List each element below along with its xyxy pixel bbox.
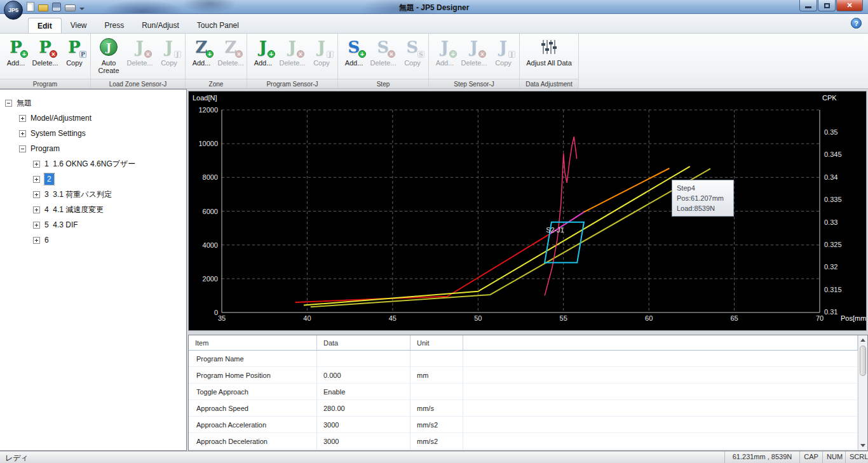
delete-badge-icon [388, 50, 395, 58]
open-folder-icon[interactable] [38, 4, 48, 11]
step-sensor-delete-button[interactable]: J Delete... [459, 36, 489, 77]
program-sensor-copy-button[interactable]: J J Copy [307, 36, 336, 77]
scrollbar-thumb[interactable] [860, 346, 866, 376]
step-delete-button[interactable]: S Delete... [369, 36, 398, 77]
scroll-up-button[interactable] [858, 335, 867, 345]
load-tick-label: 4000 [203, 241, 218, 249]
table-row[interactable]: Program Name [189, 351, 858, 367]
x-tick-label: 50 [474, 314, 482, 322]
tree-item-program-6: 6 [0, 232, 186, 248]
table-cell: Approach Speed [189, 400, 317, 416]
load-tick-label: 10000 [198, 140, 218, 147]
maximize-button[interactable] [818, 0, 836, 11]
expand-icon[interactable] [33, 222, 40, 229]
collapse-icon[interactable] [5, 100, 12, 107]
program-add-button[interactable]: P Add... [1, 36, 31, 77]
table-vertical-scrollbar[interactable] [858, 335, 867, 450]
tree-item-label[interactable]: 4 4.1 減速度変更 [44, 205, 104, 215]
table-cell [463, 433, 858, 449]
tree-item-label[interactable]: 無題 [17, 98, 32, 109]
ribbon-group-data-adjustment: Adjust All Data Data Adjustment [520, 34, 579, 88]
step-delete-icon: S [372, 37, 394, 57]
statusbar: レディ 61.231mm , 8539N CAP NUM SCRL [0, 451, 868, 463]
load-tick-label: 6000 [203, 208, 218, 215]
load-zone-copy-button[interactable]: J J Copy [154, 36, 184, 77]
load-position-chart[interactable]: 3540455055606570120001000080006000400020… [189, 91, 866, 330]
table-row[interactable]: Approach Speed 280.00 mm/s [189, 400, 858, 417]
toolbar-dropdown-icon[interactable] [79, 8, 85, 10]
window-title: 無題 - JP5 Designer [0, 3, 868, 13]
minimize-button[interactable] [799, 0, 817, 11]
adjust-all-data-button[interactable]: Adjust All Data [521, 36, 577, 77]
tree-item-label[interactable]: 3 3.1 荷重パス判定 [44, 189, 112, 200]
collapse-icon[interactable] [19, 145, 26, 152]
table-cell [410, 384, 463, 399]
tab-view[interactable]: View [62, 18, 96, 33]
close-icon [846, 2, 852, 9]
ribbon-group-program: P Add... P Delete... P P Copy Progr [0, 34, 91, 88]
table-cell: 3000 [317, 433, 410, 449]
auto-create-button[interactable]: J Auto Create [92, 36, 125, 77]
table-cell: Enable [317, 384, 410, 399]
close-button[interactable] [836, 0, 863, 11]
column-header-unit[interactable]: Unit [410, 335, 463, 350]
add-badge-icon [206, 50, 214, 58]
table-row[interactable]: Program Home Position 0.000 mm [189, 367, 858, 384]
tree-item-label[interactable]: Program [31, 144, 60, 153]
table-cell [317, 351, 410, 366]
print-icon[interactable] [65, 4, 76, 11]
save-icon[interactable] [52, 3, 61, 11]
table-row[interactable]: Approach Acceleration 3000 mm/s2 [189, 417, 858, 433]
project-tree: 無題 Model/Adjustment System Settings Prog… [0, 89, 187, 451]
expand-icon[interactable] [19, 130, 26, 137]
status-scroll-lock: SCRL [845, 452, 868, 463]
app-logo[interactable]: JP5 [4, 1, 23, 20]
tree-item-label[interactable]: 5 4.3 DIF [44, 220, 78, 229]
help-button[interactable]: ? [851, 18, 862, 29]
table-row[interactable]: Toggle Approach Enable [189, 384, 858, 400]
table-cell: 0.000 [317, 367, 410, 383]
step-add-button[interactable]: S Add... [339, 36, 369, 77]
table-cell [463, 400, 858, 416]
expand-icon[interactable] [33, 176, 40, 183]
expand-icon[interactable] [19, 115, 26, 122]
tree-item-label[interactable]: System Settings [31, 129, 86, 138]
step-sensor-copy-button[interactable]: J J Copy [489, 36, 518, 77]
maximize-icon [824, 3, 830, 8]
ribbon-group-zone: Z Add... Z Delete... Zone [186, 34, 247, 88]
expand-icon[interactable] [33, 206, 40, 213]
column-header-item[interactable]: Item [189, 335, 317, 350]
program-sensor-add-button[interactable]: J Add... [248, 36, 278, 77]
step-copy-button[interactable]: S S Copy [398, 36, 427, 77]
copy-badge-icon: J [508, 51, 515, 58]
tooltip-load: Load:8539N [677, 203, 729, 213]
table-cell [463, 367, 858, 383]
expand-icon[interactable] [33, 161, 40, 168]
scroll-down-button[interactable] [858, 441, 867, 450]
x-tick-label: 35 [218, 314, 226, 322]
tree-item-program-2: 2 [0, 171, 186, 187]
tab-edit[interactable]: Edit [28, 18, 62, 33]
tab-run-adjust[interactable]: Run/Adjust [133, 18, 188, 33]
new-document-icon[interactable] [27, 2, 34, 11]
column-header-data[interactable]: Data [317, 335, 410, 350]
zone-add-button[interactable]: Z Add... [187, 36, 216, 77]
tab-touch-panel[interactable]: Touch Panel [188, 18, 248, 33]
table-row[interactable]: Approach Deceleration 3000 mm/s2 [189, 433, 858, 450]
program-sensor-delete-button[interactable]: J Delete... [278, 36, 307, 77]
tree-item-label[interactable]: 1 1.6 OKNG 4.6NGブザー [44, 159, 135, 170]
expand-icon[interactable] [33, 237, 40, 244]
ribbon-group-step-sensor-j: J Add... J Delete... J J Copy Step [429, 34, 520, 88]
load-zone-delete-button[interactable]: J Delete... [125, 36, 154, 77]
x-tick-label: 60 [645, 314, 653, 322]
tree-item-label[interactable]: Model/Adjustment [31, 114, 92, 123]
table-header-row: Item Data Unit [189, 335, 858, 351]
expand-icon[interactable] [33, 191, 40, 198]
zone-delete-button[interactable]: Z Delete... [216, 36, 245, 77]
step-sensor-add-button[interactable]: J Add... [430, 36, 459, 77]
tree-item-label[interactable]: 6 [44, 236, 49, 245]
tree-item-label-selected[interactable]: 2 [44, 173, 54, 185]
program-copy-button[interactable]: P P Copy [60, 36, 89, 77]
program-delete-button[interactable]: P Delete... [31, 36, 60, 77]
tab-press[interactable]: Press [95, 18, 133, 33]
